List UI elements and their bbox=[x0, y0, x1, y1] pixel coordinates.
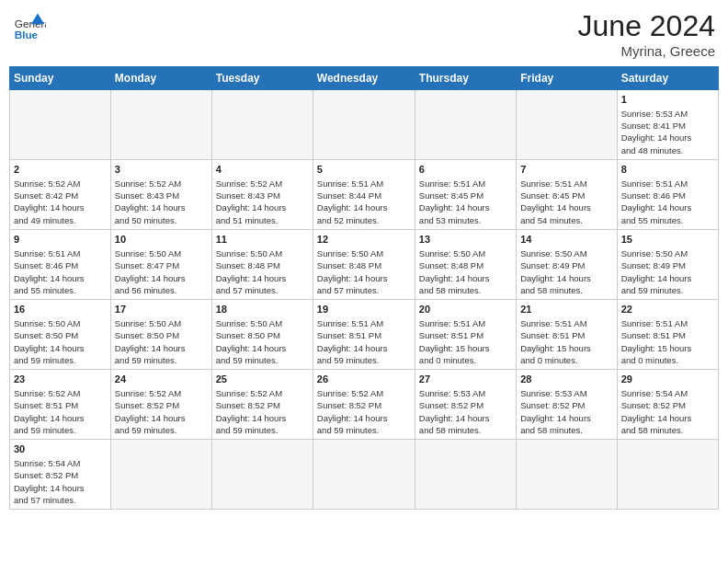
calendar-cell bbox=[517, 440, 617, 510]
day-number: 4 bbox=[216, 163, 309, 177]
calendar-cell: 13Sunrise: 5:50 AM Sunset: 8:48 PM Dayli… bbox=[415, 230, 516, 300]
calendar-cell: 3Sunrise: 5:52 AM Sunset: 8:43 PM Daylig… bbox=[110, 160, 211, 230]
day-number: 5 bbox=[317, 163, 411, 177]
calendar-table: SundayMondayTuesdayWednesdayThursdayFrid… bbox=[9, 66, 719, 510]
day-info: Sunrise: 5:51 AM Sunset: 8:45 PM Dayligh… bbox=[520, 178, 612, 226]
location: Myrina, Greece bbox=[578, 43, 715, 59]
calendar-cell: 29Sunrise: 5:54 AM Sunset: 8:52 PM Dayli… bbox=[617, 370, 718, 440]
weekday-header-saturday: Saturday bbox=[617, 67, 718, 90]
week-row-4: 23Sunrise: 5:52 AM Sunset: 8:51 PM Dayli… bbox=[10, 370, 719, 440]
day-info: Sunrise: 5:53 AM Sunset: 8:41 PM Dayligh… bbox=[621, 108, 714, 156]
calendar-cell: 14Sunrise: 5:50 AM Sunset: 8:49 PM Dayli… bbox=[517, 230, 617, 300]
day-number: 10 bbox=[115, 233, 208, 247]
calendar-cell: 10Sunrise: 5:50 AM Sunset: 8:47 PM Dayli… bbox=[110, 230, 211, 300]
day-info: Sunrise: 5:54 AM Sunset: 8:52 PM Dayligh… bbox=[14, 457, 107, 506]
week-row-1: 2Sunrise: 5:52 AM Sunset: 8:42 PM Daylig… bbox=[10, 160, 719, 230]
day-number: 13 bbox=[419, 233, 512, 247]
day-info: Sunrise: 5:51 AM Sunset: 8:51 PM Dayligh… bbox=[621, 317, 714, 366]
day-info: Sunrise: 5:51 AM Sunset: 8:51 PM Dayligh… bbox=[520, 317, 612, 366]
day-info: Sunrise: 5:51 AM Sunset: 8:44 PM Dayligh… bbox=[317, 178, 411, 226]
day-number: 27 bbox=[419, 373, 512, 386]
calendar-cell: 26Sunrise: 5:52 AM Sunset: 8:52 PM Dayli… bbox=[313, 370, 415, 440]
day-info: Sunrise: 5:51 AM Sunset: 8:45 PM Dayligh… bbox=[419, 178, 512, 226]
day-number: 26 bbox=[317, 373, 411, 386]
day-info: Sunrise: 5:50 AM Sunset: 8:49 PM Dayligh… bbox=[621, 247, 714, 296]
day-info: Sunrise: 5:50 AM Sunset: 8:48 PM Dayligh… bbox=[216, 247, 309, 296]
calendar-cell bbox=[313, 90, 415, 160]
day-info: Sunrise: 5:50 AM Sunset: 8:47 PM Dayligh… bbox=[115, 247, 208, 296]
day-number: 12 bbox=[317, 233, 411, 247]
week-row-2: 9Sunrise: 5:51 AM Sunset: 8:46 PM Daylig… bbox=[10, 230, 719, 300]
day-number: 3 bbox=[115, 163, 208, 177]
day-info: Sunrise: 5:50 AM Sunset: 8:48 PM Dayligh… bbox=[317, 247, 411, 296]
calendar-cell: 25Sunrise: 5:52 AM Sunset: 8:52 PM Dayli… bbox=[211, 370, 313, 440]
weekday-header-wednesday: Wednesday bbox=[313, 67, 415, 90]
day-info: Sunrise: 5:50 AM Sunset: 8:48 PM Dayligh… bbox=[419, 247, 512, 296]
calendar-cell: 23Sunrise: 5:52 AM Sunset: 8:51 PM Dayli… bbox=[10, 370, 111, 440]
calendar-cell: 22Sunrise: 5:51 AM Sunset: 8:51 PM Dayli… bbox=[617, 300, 718, 370]
calendar-cell: 30Sunrise: 5:54 AM Sunset: 8:52 PM Dayli… bbox=[10, 440, 111, 510]
day-number: 2 bbox=[14, 163, 107, 177]
calendar-cell: 20Sunrise: 5:51 AM Sunset: 8:51 PM Dayli… bbox=[415, 300, 516, 370]
day-info: Sunrise: 5:51 AM Sunset: 8:46 PM Dayligh… bbox=[621, 178, 714, 226]
calendar-cell: 15Sunrise: 5:50 AM Sunset: 8:49 PM Dayli… bbox=[617, 230, 718, 300]
day-number: 28 bbox=[520, 373, 612, 386]
weekday-header-sunday: Sunday bbox=[10, 67, 111, 90]
calendar-body: 1Sunrise: 5:53 AM Sunset: 8:41 PM Daylig… bbox=[10, 90, 719, 510]
week-row-0: 1Sunrise: 5:53 AM Sunset: 8:41 PM Daylig… bbox=[10, 90, 719, 160]
calendar-cell bbox=[211, 90, 313, 160]
day-number: 23 bbox=[14, 373, 107, 386]
day-number: 29 bbox=[621, 373, 714, 386]
day-number: 7 bbox=[520, 163, 612, 177]
day-number: 17 bbox=[115, 303, 208, 316]
day-number: 15 bbox=[621, 233, 714, 247]
day-info: Sunrise: 5:52 AM Sunset: 8:43 PM Dayligh… bbox=[115, 178, 208, 226]
day-number: 8 bbox=[621, 163, 714, 177]
day-info: Sunrise: 5:50 AM Sunset: 8:49 PM Dayligh… bbox=[520, 247, 612, 296]
calendar-cell: 12Sunrise: 5:50 AM Sunset: 8:48 PM Dayli… bbox=[313, 230, 415, 300]
calendar-cell bbox=[517, 90, 617, 160]
day-number: 1 bbox=[621, 93, 714, 107]
calendar-cell: 16Sunrise: 5:50 AM Sunset: 8:50 PM Dayli… bbox=[10, 300, 111, 370]
calendar-cell: 18Sunrise: 5:50 AM Sunset: 8:50 PM Dayli… bbox=[211, 300, 313, 370]
day-info: Sunrise: 5:52 AM Sunset: 8:43 PM Dayligh… bbox=[216, 178, 309, 226]
day-number: 11 bbox=[216, 233, 309, 247]
day-number: 25 bbox=[216, 373, 309, 386]
day-info: Sunrise: 5:52 AM Sunset: 8:51 PM Dayligh… bbox=[14, 387, 107, 436]
calendar-cell: 27Sunrise: 5:53 AM Sunset: 8:52 PM Dayli… bbox=[415, 370, 516, 440]
calendar-cell: 9Sunrise: 5:51 AM Sunset: 8:46 PM Daylig… bbox=[10, 230, 111, 300]
calendar-cell bbox=[415, 90, 516, 160]
calendar-cell bbox=[313, 440, 415, 510]
title-area: June 2024 Myrina, Greece bbox=[578, 9, 715, 59]
calendar-cell: 19Sunrise: 5:51 AM Sunset: 8:51 PM Dayli… bbox=[313, 300, 415, 370]
calendar-cell: 1Sunrise: 5:53 AM Sunset: 8:41 PM Daylig… bbox=[617, 90, 718, 160]
day-number: 19 bbox=[317, 303, 411, 316]
day-info: Sunrise: 5:51 AM Sunset: 8:46 PM Dayligh… bbox=[14, 247, 107, 296]
calendar-cell bbox=[211, 440, 313, 510]
calendar-cell bbox=[110, 440, 211, 510]
day-info: Sunrise: 5:51 AM Sunset: 8:51 PM Dayligh… bbox=[317, 317, 411, 366]
calendar-cell: 24Sunrise: 5:52 AM Sunset: 8:52 PM Dayli… bbox=[110, 370, 211, 440]
weekday-header-tuesday: Tuesday bbox=[211, 67, 313, 90]
day-info: Sunrise: 5:53 AM Sunset: 8:52 PM Dayligh… bbox=[419, 387, 512, 436]
day-info: Sunrise: 5:52 AM Sunset: 8:52 PM Dayligh… bbox=[216, 387, 309, 436]
logo-icon: General Blue bbox=[13, 9, 46, 42]
day-info: Sunrise: 5:52 AM Sunset: 8:52 PM Dayligh… bbox=[317, 387, 411, 436]
day-info: Sunrise: 5:54 AM Sunset: 8:52 PM Dayligh… bbox=[621, 387, 714, 436]
weekday-header-row: SundayMondayTuesdayWednesdayThursdayFrid… bbox=[10, 67, 719, 90]
calendar-cell: 7Sunrise: 5:51 AM Sunset: 8:45 PM Daylig… bbox=[517, 160, 617, 230]
day-number: 20 bbox=[419, 303, 512, 316]
svg-text:Blue: Blue bbox=[15, 29, 39, 40]
day-info: Sunrise: 5:50 AM Sunset: 8:50 PM Dayligh… bbox=[14, 317, 107, 366]
day-number: 24 bbox=[115, 373, 208, 386]
calendar-cell bbox=[617, 440, 718, 510]
calendar-cell: 28Sunrise: 5:53 AM Sunset: 8:52 PM Dayli… bbox=[517, 370, 617, 440]
day-number: 16 bbox=[14, 303, 107, 316]
day-info: Sunrise: 5:50 AM Sunset: 8:50 PM Dayligh… bbox=[216, 317, 309, 366]
day-info: Sunrise: 5:52 AM Sunset: 8:52 PM Dayligh… bbox=[115, 387, 208, 436]
calendar-cell: 4Sunrise: 5:52 AM Sunset: 8:43 PM Daylig… bbox=[211, 160, 313, 230]
day-number: 18 bbox=[216, 303, 309, 316]
day-info: Sunrise: 5:52 AM Sunset: 8:42 PM Dayligh… bbox=[14, 178, 107, 226]
day-info: Sunrise: 5:50 AM Sunset: 8:50 PM Dayligh… bbox=[115, 317, 208, 366]
weekday-header-friday: Friday bbox=[517, 67, 617, 90]
